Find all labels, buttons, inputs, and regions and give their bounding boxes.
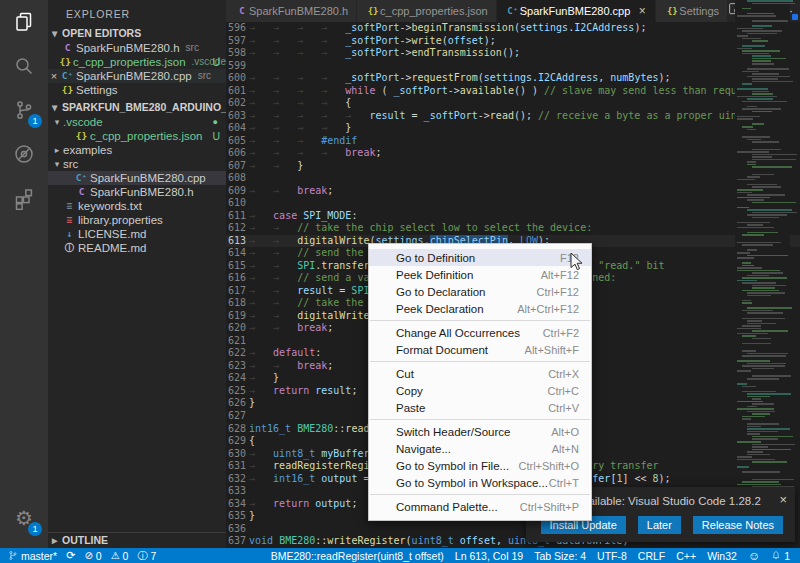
- menu-item-command-palette-[interactable]: Command Palette...Ctrl+Shift+P: [369, 498, 591, 515]
- line-number: 614: [226, 247, 246, 260]
- status-bell[interactable]: 1: [771, 550, 790, 562]
- line-number: 626: [226, 397, 246, 410]
- minimap-line: [752, 174, 774, 176]
- menu-item-shortcut: Ctrl+X: [548, 368, 579, 380]
- menu-item-label: Peek Definition: [396, 269, 541, 281]
- minimap-line: [747, 353, 788, 355]
- line-number: 606: [226, 147, 246, 160]
- menu-item-label: Go to Symbol in File...: [396, 460, 518, 472]
- status-tab-size-4[interactable]: Tab Size: 4: [534, 550, 586, 562]
- status-win32[interactable]: Win32: [707, 550, 737, 562]
- status-info[interactable]: ⓘ7: [137, 549, 156, 563]
- minimap-line: [742, 318, 785, 320]
- menu-item-navigate-[interactable]: Navigate...Alt+N: [369, 440, 591, 457]
- minimap-line: [752, 272, 783, 274]
- menu-item-change-all-occurrences[interactable]: Change All OccurrencesCtrl+F2: [369, 324, 591, 341]
- minimap[interactable]: [735, 0, 790, 526]
- tab-settings[interactable]: {}Settings: [656, 0, 727, 22]
- file-path-detail: src: [198, 69, 211, 83]
- activity-debug[interactable]: [0, 132, 48, 176]
- minimap-line: [747, 98, 773, 100]
- minimap-line: [747, 176, 760, 178]
- tree-file-item[interactable]: CSparkFunBME280.h: [48, 185, 226, 199]
- tab-sparkfunbme280-h[interactable]: CSparkFunBME280.h: [226, 0, 356, 22]
- minimap-line: [747, 378, 779, 380]
- tab-label: Settings: [679, 5, 719, 17]
- status-warning[interactable]: ⚠0: [111, 550, 129, 562]
- activity-source-control[interactable]: 1: [0, 88, 48, 132]
- open-editor-item[interactable]: ×C⁺SparkFunBME280.cppsrc: [48, 69, 226, 83]
- workspace-folder-header[interactable]: ▾SPARKFUN_BME280_ARDUINO_LIBRARY: [48, 100, 226, 115]
- minimap-line: [747, 224, 763, 226]
- minimap-line: [752, 449, 791, 451]
- close-icon[interactable]: ×: [637, 4, 647, 18]
- readme-file-icon: ⓘ: [62, 241, 77, 255]
- minimap-line: [742, 300, 751, 302]
- file-name: SparkFunBME280.cpp: [76, 69, 192, 83]
- tree-file-item[interactable]: ≡library.properties: [48, 213, 226, 227]
- line-text: → → break;: [249, 322, 333, 335]
- minimap-line: [752, 81, 793, 83]
- manage-gear-button[interactable]: ⚙1: [0, 496, 48, 540]
- tab-c-cpp-properties-json[interactable]: {}c_cpp_properties.json: [357, 0, 496, 22]
- menu-item-go-to-definition[interactable]: Go to DefinitionF12: [369, 249, 591, 266]
- tree-folder-item[interactable]: ▾src: [48, 157, 226, 171]
- open-editor-item[interactable]: {}Settings: [48, 83, 226, 97]
- tree-folder-item[interactable]: ▸examples: [48, 143, 226, 157]
- line-number: 622: [226, 347, 246, 360]
- status-c++[interactable]: C++: [676, 550, 696, 562]
- file-name: keywords.txt: [78, 199, 142, 213]
- menu-item-cut[interactable]: CutCtrl+X: [369, 365, 591, 382]
- outline-section[interactable]: ▸OUTLINE: [48, 532, 226, 548]
- code-line: 609→ → break;: [226, 185, 800, 198]
- menu-item-paste[interactable]: PasteCtrl+V: [369, 399, 591, 416]
- minimap-line: [747, 275, 769, 277]
- open-editors-header[interactable]: ▾OPEN EDITORS: [48, 26, 226, 41]
- status-label: 0: [96, 550, 102, 562]
- minimap-line: [737, 408, 774, 410]
- line-number: 610: [226, 197, 246, 210]
- status-sync[interactable]: ⟳: [66, 549, 75, 562]
- minimap-line: [737, 333, 768, 335]
- tree-file-item[interactable]: C⁺SparkFunBME280.cpp: [48, 171, 226, 185]
- status-utf-8[interactable]: UTF-8: [597, 550, 627, 562]
- menu-item-go-to-symbol-in-file-[interactable]: Go to Symbol in File...Ctrl+Shift+O: [369, 457, 591, 474]
- status-feedback-smiley[interactable]: ☺: [748, 549, 760, 563]
- status-bme280-readregister-uint8-t-offset-[interactable]: BME280::readRegister(uint8_t offset): [271, 550, 444, 562]
- status-ln-613-col-19[interactable]: Ln 613, Col 19: [455, 550, 523, 562]
- minimap-line: [752, 461, 787, 463]
- line-text: → → break;: [249, 185, 333, 198]
- menu-item-format-document[interactable]: Format DocumentAlt+Shift+F: [369, 341, 591, 358]
- line-text: → → → → _softPort->requestFrom(settings.…: [249, 72, 671, 85]
- menu-item-peek-definition[interactable]: Peek DefinitionAlt+F12: [369, 266, 591, 283]
- activity-search[interactable]: [0, 44, 48, 88]
- menu-item-peek-declaration[interactable]: Peek DeclarationAlt+Ctrl+F12: [369, 300, 591, 317]
- tree-file-item[interactable]: ⓘREADME.md: [48, 241, 226, 255]
- tree-file-item[interactable]: ↓LICENSE.md: [48, 227, 226, 241]
- open-editor-item[interactable]: {}c_cpp_properties.json.vscodeU: [48, 55, 226, 69]
- status-error[interactable]: ⊘0: [84, 550, 101, 562]
- minimap-line: [752, 149, 781, 151]
- line-number: 603: [226, 110, 246, 123]
- menu-item-go-to-symbol-in-workspace-[interactable]: Go to Symbol in Workspace...Ctrl+T: [369, 474, 591, 491]
- menu-item-go-to-declaration[interactable]: Go to DeclarationCtrl+F12: [369, 283, 591, 300]
- code-line: 611→ case SPI_MODE:: [226, 210, 800, 223]
- activity-extensions[interactable]: [0, 176, 48, 220]
- status-crlf[interactable]: CRLF: [638, 550, 665, 562]
- tree-file-item[interactable]: ≡keywords.txt: [48, 199, 226, 213]
- menu-item-copy[interactable]: CopyCtrl+C: [369, 382, 591, 399]
- open-editor-item[interactable]: CSparkFunBME280.hsrc: [48, 41, 226, 55]
- tree-folder-item[interactable]: ▾.vscode●: [48, 115, 226, 129]
- button-release-notes[interactable]: Release Notes: [693, 516, 783, 534]
- tree-file-item[interactable]: {}c_cpp_properties.jsonU: [48, 129, 226, 143]
- line-text: → → → #endif: [249, 135, 357, 148]
- menu-item-switch-header-source[interactable]: Switch Header/SourceAlt+O: [369, 423, 591, 440]
- file-name: Settings: [76, 83, 118, 97]
- minimap-line: [742, 365, 785, 367]
- close-icon[interactable]: ×: [779, 492, 787, 507]
- close-icon[interactable]: ×: [48, 69, 60, 83]
- status-git-branch[interactable]: master*: [8, 550, 57, 562]
- activity-explorer[interactable]: [0, 0, 48, 44]
- button-later[interactable]: Later: [638, 516, 681, 534]
- tab-sparkfunbme280-cpp[interactable]: C⁺SparkFunBME280.cpp×: [497, 0, 656, 22]
